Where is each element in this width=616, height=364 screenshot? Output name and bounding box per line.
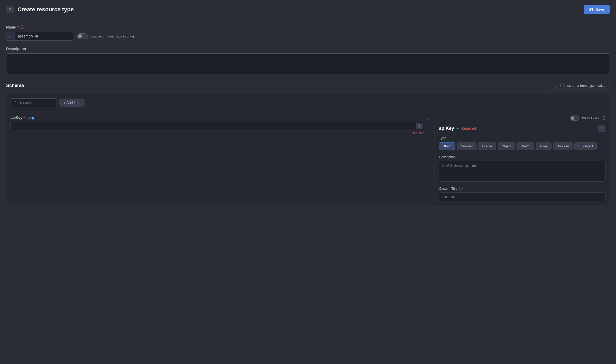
field-required-star: *: [23, 116, 25, 120]
prefix-toggle[interactable]: [77, 33, 88, 39]
description-label: Description: [6, 47, 610, 51]
type-btn-s3object[interactable]: S3 Object: [574, 142, 597, 150]
field-header-left: apiKey ✏ Required: [439, 126, 476, 131]
modal-header: ✕ Create resource type Save: [0, 0, 616, 19]
json-editor-info-icon: i: [602, 116, 605, 120]
right-description-textarea[interactable]: [439, 161, 605, 181]
field-required-text: Required: [11, 131, 424, 135]
add-field-label: + Add field: [63, 101, 80, 105]
field-value-input[interactable]: [11, 122, 424, 130]
schema-right-panel: JSON Editor i apiKey ✏ Required ✕ Type: [435, 111, 610, 205]
type-btn-integer[interactable]: Integer: [478, 142, 496, 150]
drag-handle-icon[interactable]: ⠿: [426, 116, 430, 124]
toggle-knob: [78, 34, 82, 38]
field-title-input[interactable]: [439, 193, 605, 201]
infer-schema-button[interactable]: {} Infer schema from a json value: [551, 81, 610, 90]
name-row: c_ disable c_ prefix (admin only): [6, 32, 610, 41]
json-editor-toggle[interactable]: [570, 116, 579, 121]
field-required-badge: Required: [461, 126, 476, 130]
close-button[interactable]: ✕: [6, 6, 14, 13]
field-api-key-name: apiKey: [11, 116, 22, 120]
field-close-button[interactable]: ✕: [598, 125, 605, 132]
custom-title-info-icon: i: [459, 187, 463, 190]
json-braces-icon: {}: [555, 83, 558, 88]
field-editor-header: apiKey ✏ Required ✕: [439, 125, 605, 132]
schema-body: + Add field apiKey * string: [6, 94, 610, 205]
save-icon: [589, 7, 593, 12]
schema-title: Schema: [6, 83, 24, 88]
toggle-label: disable c_ prefix (admin only): [90, 34, 134, 38]
name-prefix: c_: [6, 32, 15, 40]
table-row: apiKey * string $ Required ⠿: [11, 116, 430, 135]
schema-left-panel: apiKey * string $ Required ⠿: [6, 111, 435, 205]
header-left: ✕ Create resource type: [6, 6, 74, 13]
field-editor-name: apiKey: [439, 126, 454, 131]
description-textarea[interactable]: [6, 53, 610, 74]
name-required-star: *: [17, 25, 19, 29]
name-input-wrapper: c_: [6, 32, 73, 41]
type-btn-string[interactable]: String: [439, 142, 455, 150]
add-field-row: + Add field: [6, 94, 610, 111]
schema-header: Schema {} Infer schema from a json value: [6, 81, 610, 90]
field-info: apiKey * string $ Required: [11, 116, 424, 135]
name-field-label: Name * i: [6, 25, 610, 29]
field-edit-button[interactable]: ✏: [456, 126, 459, 130]
modal-title: Create resource type: [17, 6, 74, 13]
create-resource-modal: ✕ Create resource type Save Name * i c_: [0, 0, 616, 364]
type-btn-object[interactable]: Object: [498, 142, 515, 150]
type-label: Type: [439, 136, 605, 140]
type-buttons-group: String Number Integer Object OneOf Array…: [439, 142, 605, 150]
save-label: Save: [595, 7, 604, 12]
name-info-icon: i: [21, 25, 24, 29]
field-input-wrapper: $: [11, 122, 424, 130]
field-name-input[interactable]: [11, 98, 57, 107]
type-btn-oneof[interactable]: OneOf: [517, 142, 534, 150]
custom-title-label: Custom Title i: [439, 187, 605, 190]
right-description-label: Description: [439, 155, 605, 159]
toggle-wrapper: disable c_ prefix (admin only): [77, 33, 134, 39]
field-type-badge: string: [26, 116, 34, 120]
json-editor-label: JSON Editor: [581, 116, 600, 120]
type-btn-boolean[interactable]: Boolean: [553, 142, 573, 150]
name-input[interactable]: [15, 32, 73, 40]
json-editor-row: JSON Editor i: [439, 116, 605, 121]
type-btn-number[interactable]: Number: [457, 142, 476, 150]
description-section: Description: [6, 47, 610, 75]
schema-split: apiKey * string $ Required ⠿: [6, 111, 610, 205]
modal-body: Name * i c_ disable c_ prefix (admin onl…: [0, 19, 616, 205]
field-name-label: apiKey * string: [11, 116, 424, 120]
json-toggle-knob: [571, 116, 574, 120]
save-button[interactable]: Save: [584, 5, 610, 14]
type-btn-array[interactable]: Array: [536, 142, 551, 150]
field-dollar-button[interactable]: $: [416, 123, 423, 129]
add-field-button[interactable]: + Add field: [59, 99, 85, 107]
infer-btn-label: Infer schema from a json value: [560, 84, 605, 88]
